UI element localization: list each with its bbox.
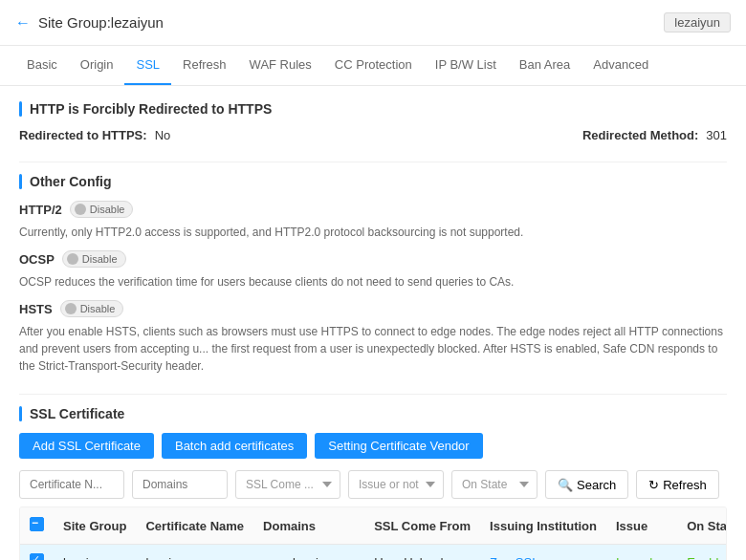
- cert-name-filter[interactable]: [19, 470, 124, 499]
- col-cert-name: Certificate Name: [136, 507, 253, 545]
- redirected-value: No: [155, 128, 171, 142]
- row1-issue: Issued: [606, 545, 677, 561]
- ocsp-desc: OCSP reduces the verification time for u…: [19, 273, 727, 291]
- tab-refresh[interactable]: Refresh: [171, 46, 238, 85]
- refresh-button[interactable]: ↻ Refresh: [636, 470, 719, 499]
- col-ssl-come-from: SSL Come From: [364, 507, 480, 545]
- tab-ipbw[interactable]: IP B/W List: [424, 46, 508, 85]
- top-bar: ← Site Group:lezaiyun lezaiyun: [0, 0, 746, 46]
- batch-add-button[interactable]: Batch add certificates: [162, 433, 307, 459]
- other-config-section: Other Config HTTP/2 Disable Currently, o…: [19, 174, 727, 375]
- redirected-label: Redirected to HTTPS:: [19, 128, 147, 142]
- row1-checkbox-cell: [20, 545, 54, 561]
- hsts-desc: After you enable HSTS, clients such as b…: [19, 323, 727, 375]
- col-issue: Issue: [606, 507, 677, 545]
- col-on-state: On State: [677, 507, 727, 545]
- ocsp-toggle[interactable]: Disable: [62, 250, 126, 268]
- row1-site-group: lezaiyun: [54, 545, 136, 561]
- setting-vendor-button[interactable]: Setting Certificate Vendor: [315, 433, 482, 459]
- method-row: Redirected Method: 301: [582, 128, 727, 142]
- site-tag: lezaiyun: [664, 12, 731, 32]
- header-checkbox[interactable]: [30, 517, 44, 531]
- row1-issuing: ZeroSSL: [480, 545, 606, 561]
- row1-domains: www.lezaiyun.cn: [253, 545, 364, 561]
- add-ssl-button[interactable]: Add SSL Certificate: [19, 433, 154, 459]
- http2-label: HTTP/2: [19, 203, 62, 217]
- hsts-label: HSTS: [19, 302, 53, 316]
- https-redirect-title: HTTP is Forcibly Redirected to HTTPS: [19, 101, 727, 117]
- tab-ban[interactable]: Ban Area: [508, 46, 582, 85]
- method-value: 301: [706, 128, 727, 142]
- method-label: Redirected Method:: [582, 128, 698, 142]
- ssl-action-buttons: Add SSL Certificate Batch add certificat…: [19, 433, 727, 459]
- header-checkbox-cell: [20, 507, 54, 545]
- tab-basic[interactable]: Basic: [15, 46, 69, 85]
- other-config-title: Other Config: [19, 174, 727, 189]
- ssl-certificate-section: SSL Certificate Add SSL Certificate Batc…: [19, 406, 727, 560]
- issue-filter[interactable]: Issue or not: [348, 470, 444, 499]
- hsts-toggle[interactable]: Disable: [60, 300, 124, 317]
- search-label: Search: [577, 478, 616, 492]
- page-title: Site Group:lezaiyun: [38, 14, 664, 31]
- hsts-toggle-group: HSTS Disable: [19, 300, 727, 317]
- ssl-come-filter[interactable]: SSL Come ...: [235, 470, 340, 499]
- table-header: Site Group Certificate Name Domains SSL …: [20, 507, 727, 545]
- ocsp-label: OCSP: [19, 252, 55, 267]
- filter-row: SSL Come ... Issue or not On State 🔍 Sea…: [19, 470, 727, 499]
- col-domains: Domains: [253, 507, 364, 545]
- search-button[interactable]: 🔍 Search: [545, 470, 628, 499]
- tab-ssl[interactable]: SSL: [124, 46, 171, 85]
- refresh-icon: ↻: [648, 478, 659, 492]
- col-site-group: Site Group: [54, 507, 136, 545]
- refresh-label: Refresh: [663, 478, 707, 492]
- domain-filter[interactable]: [132, 470, 228, 499]
- tab-advanced[interactable]: Advanced: [581, 46, 660, 85]
- https-redirect-row: Redirected to HTTPS: No Redirected Metho…: [19, 128, 727, 142]
- http2-toggle-group: HTTP/2 Disable: [19, 201, 727, 218]
- ssl-table: Site Group Certificate Name Domains SSL …: [19, 506, 727, 560]
- row1-on-state: Enable: [677, 545, 727, 561]
- tab-cc[interactable]: CC Protection: [323, 46, 424, 85]
- http2-toggle[interactable]: Disable: [70, 201, 134, 218]
- nav-tabs: Basic Origin SSL Refresh WAF Rules CC Pr…: [0, 46, 746, 86]
- col-issuing: Issuing Institution: [480, 507, 606, 545]
- ssl-certificate-title: SSL Certificate: [19, 406, 727, 421]
- table-row: lezaiyun lezaiyun.cn www.lezaiyun.cn Use…: [20, 545, 727, 561]
- https-redirect-section: HTTP is Forcibly Redirected to HTTPS Red…: [19, 101, 727, 142]
- row1-ssl-come-from: User Upload: [364, 545, 480, 561]
- row1-checkbox[interactable]: [30, 553, 44, 560]
- row1-cert-name: lezaiyun.cn: [136, 545, 253, 561]
- tab-origin[interactable]: Origin: [69, 46, 125, 85]
- main-content: HTTP is Forcibly Redirected to HTTPS Red…: [0, 86, 746, 560]
- search-icon: 🔍: [558, 478, 573, 492]
- tab-waf[interactable]: WAF Rules: [238, 46, 323, 85]
- state-filter[interactable]: On State: [451, 470, 538, 499]
- back-icon[interactable]: ←: [15, 14, 31, 32]
- http2-desc: Currently, only HTTP2.0 access is suppor…: [19, 224, 727, 241]
- ocsp-toggle-group: OCSP Disable: [19, 250, 727, 268]
